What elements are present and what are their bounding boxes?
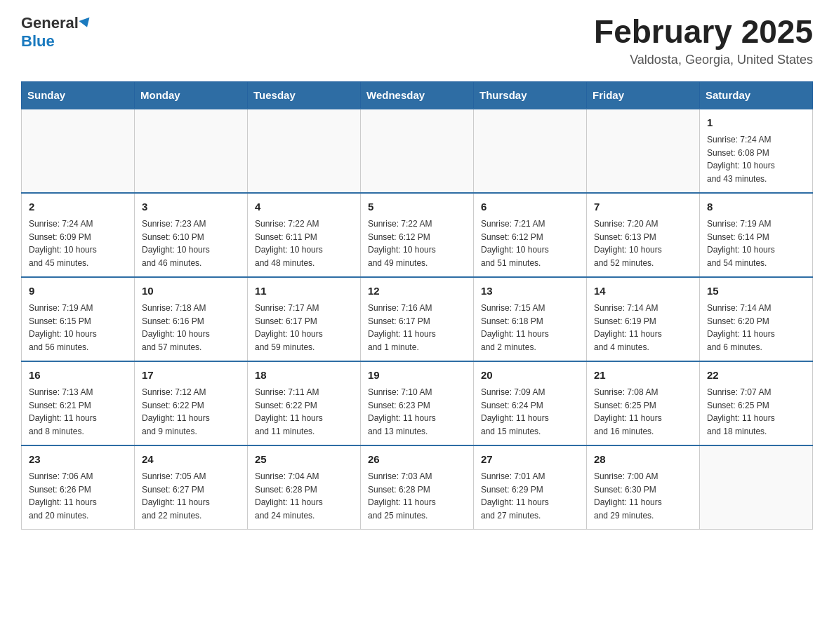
day-info: Sunrise: 7:13 AMSunset: 6:21 PMDaylight:… (29, 386, 127, 438)
calendar-cell (700, 445, 813, 530)
calendar-header-row: SundayMondayTuesdayWednesdayThursdayFrid… (22, 81, 813, 109)
calendar-cell (361, 109, 474, 193)
day-info: Sunrise: 7:22 AMSunset: 6:12 PMDaylight:… (368, 217, 466, 269)
calendar-cell: 6Sunrise: 7:21 AMSunset: 6:12 PMDaylight… (474, 193, 587, 277)
day-number: 28 (594, 452, 692, 468)
day-number: 12 (368, 283, 466, 300)
calendar-cell: 11Sunrise: 7:17 AMSunset: 6:17 PMDayligh… (248, 277, 361, 361)
calendar-table: SundayMondayTuesdayWednesdayThursdayFrid… (21, 81, 813, 530)
day-number: 19 (368, 368, 466, 384)
day-number: 2 (29, 199, 127, 215)
day-number: 17 (142, 368, 240, 384)
calendar-cell: 10Sunrise: 7:18 AMSunset: 6:16 PMDayligh… (135, 277, 248, 361)
calendar-cell: 8Sunrise: 7:19 AMSunset: 6:14 PMDaylight… (700, 193, 813, 277)
calendar-cell: 27Sunrise: 7:01 AMSunset: 6:29 PMDayligh… (474, 445, 587, 530)
day-header-friday: Friday (587, 81, 700, 109)
title-section: February 2025 Valdosta, Georgia, United … (594, 14, 813, 67)
day-header-monday: Monday (135, 81, 248, 109)
calendar-cell: 22Sunrise: 7:07 AMSunset: 6:25 PMDayligh… (700, 361, 813, 445)
day-info: Sunrise: 7:19 AMSunset: 6:14 PMDaylight:… (707, 217, 805, 269)
day-number: 9 (29, 283, 127, 300)
week-row-2: 2Sunrise: 7:24 AMSunset: 6:09 PMDaylight… (22, 193, 813, 277)
day-header-tuesday: Tuesday (248, 81, 361, 109)
calendar-cell: 4Sunrise: 7:22 AMSunset: 6:11 PMDaylight… (248, 193, 361, 277)
day-info: Sunrise: 7:22 AMSunset: 6:11 PMDaylight:… (255, 217, 353, 269)
day-info: Sunrise: 7:12 AMSunset: 6:22 PMDaylight:… (142, 386, 240, 438)
calendar-cell: 2Sunrise: 7:24 AMSunset: 6:09 PMDaylight… (22, 193, 135, 277)
logo-general-text: General (21, 14, 79, 32)
day-number: 23 (29, 452, 127, 468)
day-header-wednesday: Wednesday (361, 81, 474, 109)
day-info: Sunrise: 7:23 AMSunset: 6:10 PMDaylight:… (142, 217, 240, 269)
day-number: 16 (29, 368, 127, 384)
day-number: 26 (368, 452, 466, 468)
day-info: Sunrise: 7:14 AMSunset: 6:20 PMDaylight:… (707, 302, 805, 354)
day-number: 1 (707, 115, 805, 131)
day-number: 11 (255, 283, 353, 300)
calendar-cell (248, 109, 361, 193)
day-header-thursday: Thursday (474, 81, 587, 109)
calendar-cell: 14Sunrise: 7:14 AMSunset: 6:19 PMDayligh… (587, 277, 700, 361)
calendar-cell: 1Sunrise: 7:24 AMSunset: 6:08 PMDaylight… (700, 109, 813, 193)
calendar-cell: 20Sunrise: 7:09 AMSunset: 6:24 PMDayligh… (474, 361, 587, 445)
day-info: Sunrise: 7:11 AMSunset: 6:22 PMDaylight:… (255, 386, 353, 438)
day-info: Sunrise: 7:18 AMSunset: 6:16 PMDaylight:… (142, 302, 240, 354)
day-info: Sunrise: 7:03 AMSunset: 6:28 PMDaylight:… (368, 470, 466, 522)
day-number: 18 (255, 368, 353, 384)
calendar-cell: 5Sunrise: 7:22 AMSunset: 6:12 PMDaylight… (361, 193, 474, 277)
day-number: 24 (142, 452, 240, 468)
calendar-cell: 25Sunrise: 7:04 AMSunset: 6:28 PMDayligh… (248, 445, 361, 530)
day-info: Sunrise: 7:05 AMSunset: 6:27 PMDaylight:… (142, 470, 240, 522)
day-number: 13 (481, 283, 579, 300)
page-header: General Blue February 2025 Valdosta, Geo… (21, 14, 813, 67)
calendar-cell: 24Sunrise: 7:05 AMSunset: 6:27 PMDayligh… (135, 445, 248, 530)
calendar-cell: 18Sunrise: 7:11 AMSunset: 6:22 PMDayligh… (248, 361, 361, 445)
day-info: Sunrise: 7:10 AMSunset: 6:23 PMDaylight:… (368, 386, 466, 438)
logo: General Blue (21, 14, 91, 51)
day-number: 20 (481, 368, 579, 384)
day-number: 7 (594, 199, 692, 215)
calendar-cell: 28Sunrise: 7:00 AMSunset: 6:30 PMDayligh… (587, 445, 700, 530)
day-number: 6 (481, 199, 579, 215)
day-info: Sunrise: 7:01 AMSunset: 6:29 PMDaylight:… (481, 470, 579, 522)
calendar-cell: 3Sunrise: 7:23 AMSunset: 6:10 PMDaylight… (135, 193, 248, 277)
day-info: Sunrise: 7:15 AMSunset: 6:18 PMDaylight:… (481, 302, 579, 354)
day-number: 3 (142, 199, 240, 215)
calendar-cell: 13Sunrise: 7:15 AMSunset: 6:18 PMDayligh… (474, 277, 587, 361)
day-number: 14 (594, 283, 692, 300)
day-info: Sunrise: 7:16 AMSunset: 6:17 PMDaylight:… (368, 302, 466, 354)
day-number: 4 (255, 199, 353, 215)
day-info: Sunrise: 7:14 AMSunset: 6:19 PMDaylight:… (594, 302, 692, 354)
day-info: Sunrise: 7:20 AMSunset: 6:13 PMDaylight:… (594, 217, 692, 269)
calendar-cell: 19Sunrise: 7:10 AMSunset: 6:23 PMDayligh… (361, 361, 474, 445)
day-number: 5 (368, 199, 466, 215)
calendar-cell: 26Sunrise: 7:03 AMSunset: 6:28 PMDayligh… (361, 445, 474, 530)
calendar-cell: 17Sunrise: 7:12 AMSunset: 6:22 PMDayligh… (135, 361, 248, 445)
day-info: Sunrise: 7:08 AMSunset: 6:25 PMDaylight:… (594, 386, 692, 438)
day-info: Sunrise: 7:24 AMSunset: 6:08 PMDaylight:… (707, 133, 805, 185)
calendar-title: February 2025 (594, 14, 813, 50)
calendar-cell: 16Sunrise: 7:13 AMSunset: 6:21 PMDayligh… (22, 361, 135, 445)
calendar-cell (587, 109, 700, 193)
day-header-sunday: Sunday (22, 81, 135, 109)
calendar-cell: 23Sunrise: 7:06 AMSunset: 6:26 PMDayligh… (22, 445, 135, 530)
calendar-cell (135, 109, 248, 193)
day-info: Sunrise: 7:04 AMSunset: 6:28 PMDaylight:… (255, 470, 353, 522)
calendar-cell (22, 109, 135, 193)
calendar-subtitle: Valdosta, Georgia, United States (594, 53, 813, 67)
day-info: Sunrise: 7:17 AMSunset: 6:17 PMDaylight:… (255, 302, 353, 354)
day-info: Sunrise: 7:09 AMSunset: 6:24 PMDaylight:… (481, 386, 579, 438)
day-info: Sunrise: 7:24 AMSunset: 6:09 PMDaylight:… (29, 217, 127, 269)
day-number: 22 (707, 368, 805, 384)
day-info: Sunrise: 7:00 AMSunset: 6:30 PMDaylight:… (594, 470, 692, 522)
calendar-cell (474, 109, 587, 193)
logo-arrow-icon (79, 18, 92, 29)
day-header-saturday: Saturday (700, 81, 813, 109)
week-row-1: 1Sunrise: 7:24 AMSunset: 6:08 PMDaylight… (22, 109, 813, 193)
day-number: 27 (481, 452, 579, 468)
day-number: 10 (142, 283, 240, 300)
calendar-cell: 21Sunrise: 7:08 AMSunset: 6:25 PMDayligh… (587, 361, 700, 445)
day-number: 8 (707, 199, 805, 215)
day-number: 21 (594, 368, 692, 384)
day-info: Sunrise: 7:07 AMSunset: 6:25 PMDaylight:… (707, 386, 805, 438)
